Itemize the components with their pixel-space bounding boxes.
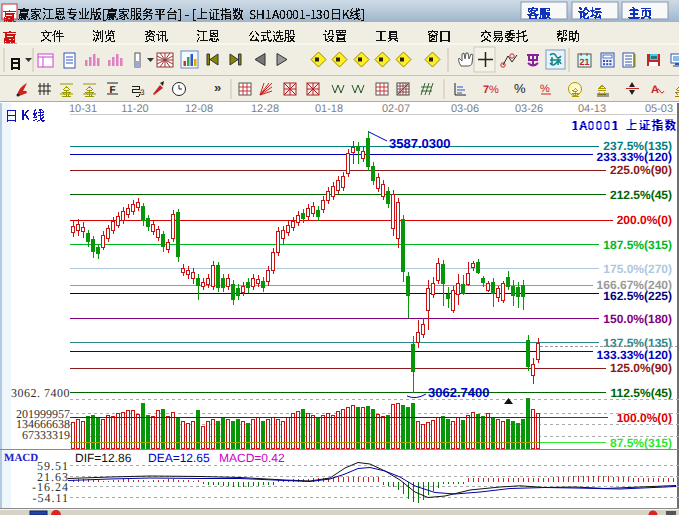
svg-text:01-18: 01-18: [315, 103, 343, 115]
svg-text:225.0%(90): 225.0%(90): [610, 163, 672, 177]
svg-text:3: 3: [140, 88, 145, 97]
svg-text:133.33%(120): 133.33%(120): [597, 348, 672, 362]
svg-text:67333319: 67333319: [22, 428, 70, 442]
svg-text:21: 21: [579, 57, 589, 67]
svg-text:05-03: 05-03: [645, 103, 673, 115]
svg-text:A: A: [651, 84, 659, 96]
svg-text:3062. 7400: 3062. 7400: [11, 386, 70, 400]
svg-text:03-26: 03-26: [515, 103, 543, 115]
svg-text:150.0%(180): 150.0%(180): [603, 312, 672, 326]
svg-text:DIF=12.86: DIF=12.86: [75, 451, 132, 465]
svg-text:100.0%(0): 100.0%(0): [617, 411, 672, 425]
svg-text:125.0%(90): 125.0%(90): [610, 361, 672, 375]
svg-text:F: F: [109, 85, 115, 96]
svg-text:%: %: [514, 81, 526, 96]
svg-text:03-06: 03-06: [451, 103, 479, 115]
svg-text:MACD=0.42: MACD=0.42: [219, 451, 285, 465]
svg-text:3587.0300: 3587.0300: [389, 136, 450, 151]
svg-text:175.0%(270): 175.0%(270): [603, 262, 672, 276]
svg-text:11-20: 11-20: [121, 103, 148, 115]
svg-text:87.5%(315): 87.5%(315): [610, 436, 672, 450]
svg-text:»: »: [214, 80, 221, 95]
svg-text:12-28: 12-28: [251, 103, 279, 115]
svg-text:233.33%(120): 233.33%(120): [597, 150, 672, 164]
svg-text:212.5%(45): 212.5%(45): [610, 188, 672, 202]
svg-text:04-13: 04-13: [578, 103, 606, 115]
svg-text:162.5%(225): 162.5%(225): [603, 289, 672, 303]
svg-text:%: %: [540, 83, 550, 95]
svg-text:187.5%(315): 187.5%(315): [603, 238, 672, 252]
svg-text:-54.11: -54.11: [32, 491, 69, 505]
svg-text:DEA=12.65: DEA=12.65: [148, 451, 210, 465]
svg-text:02-07: 02-07: [382, 103, 410, 115]
svg-text:10-31: 10-31: [69, 103, 97, 115]
svg-text:%: %: [489, 84, 499, 96]
svg-text:12-08: 12-08: [185, 103, 213, 115]
svg-text:3062.7400: 3062.7400: [428, 385, 489, 400]
svg-text:200.0%(0): 200.0%(0): [617, 213, 672, 227]
svg-text:112.5%(45): 112.5%(45): [611, 386, 672, 400]
svg-text:MACD: MACD: [4, 452, 38, 464]
